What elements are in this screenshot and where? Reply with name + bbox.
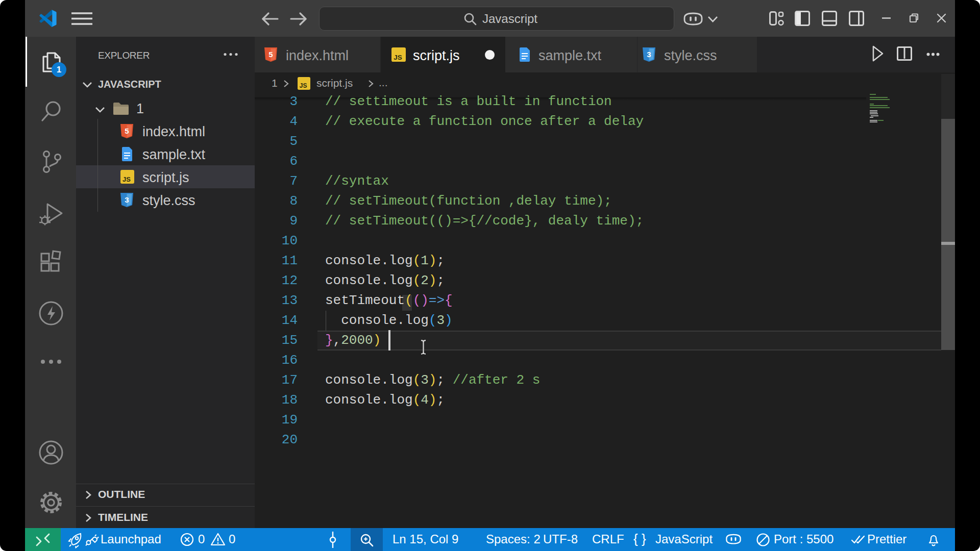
svg-text:JS: JS	[394, 54, 402, 61]
svg-text:3: 3	[125, 195, 129, 204]
svg-text:5: 5	[268, 50, 273, 59]
svg-text:JS: JS	[300, 82, 307, 89]
svg-text:3: 3	[647, 50, 651, 59]
svg-text:JS: JS	[122, 176, 131, 183]
svg-text:5: 5	[125, 127, 129, 135]
